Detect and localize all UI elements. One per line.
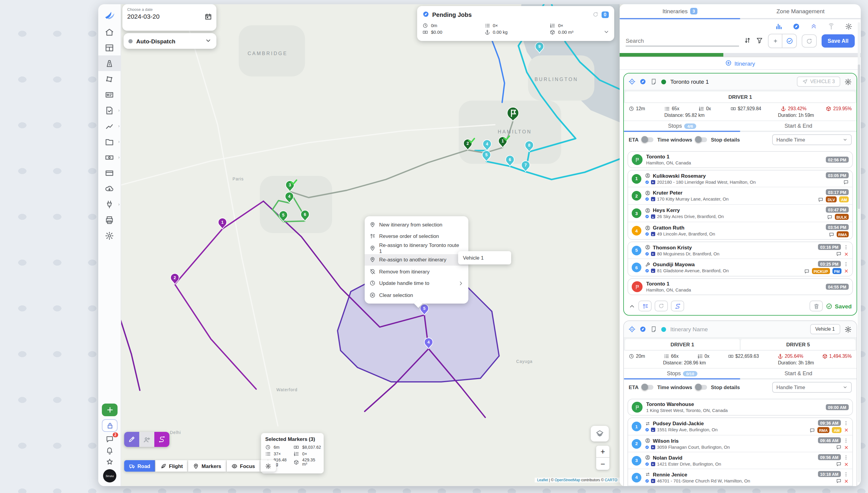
sidebar-item-idcard[interactable] [98,87,121,102]
tab-zone-management[interactable]: Zone Management [740,4,861,18]
pencil-tool-button[interactable] [124,432,139,447]
date-picker-value[interactable]: 2024-03-20 [127,13,211,20]
vehicle-button[interactable]: VEHICLE 3 [797,77,840,87]
gear-icon[interactable] [845,23,852,30]
calendar-icon[interactable] [204,12,212,23]
route-polyline[interactable] [121,318,140,390]
note-icon[interactable] [650,78,657,85]
stop-row[interactable]: 3Nolan David▸1421 Ester Drive, Burlingto… [628,452,852,469]
remove-stop-icon[interactable] [844,269,849,274]
stop-row[interactable]: 6Osundiji Mayowa▸81 Gladstone Avenue, Br… [628,258,852,276]
chat-bubble-icon[interactable] [836,462,842,467]
context-menu-item[interactable]: Re-assign to itinerary Toronto route 1 [365,242,468,254]
chat-bubble-icon[interactable] [804,268,809,274]
stop-row[interactable]: 5Thomson Kristy▸80 Mcguiness Dr, Brantfo… [628,242,852,258]
chat-button[interactable]: 2 [105,435,114,443]
stop-row[interactable]: 1Pudsey David-Jackie▸1551 Riley Ave, Bur… [628,418,852,435]
route-polyline[interactable] [490,34,504,102]
target-icon[interactable] [629,326,635,333]
sidebar-item-doccheck[interactable]: › [98,102,121,118]
stop-details-toggle[interactable] [696,385,707,390]
chat-bubble-icon[interactable] [818,197,823,202]
context-menu-item[interactable]: Reverse order of selection [365,230,468,242]
context-menu-item[interactable]: Update handle time to [365,277,468,289]
attribution-text[interactable]: CARTO [605,478,617,482]
itinerary-color-dot[interactable] [661,327,666,331]
stop-row[interactable]: 1Kulikowski Rosemary▸202180 - 180 Limeri… [628,170,852,187]
add-button[interactable] [102,404,118,416]
sidebar-item-road[interactable] [98,56,121,71]
attribution-text[interactable]: OpenStreetMap [555,478,580,482]
layers-button[interactable] [591,426,609,442]
chevron-down-icon[interactable] [603,26,609,37]
tab-stops[interactable]: Stops0/10 [624,369,740,378]
map-marker-stop[interactable]: 2 [171,274,179,284]
start-stop-row[interactable]: Toronto 1Hamilton, ON, Canada02:56 PM [627,151,853,168]
geo-icon[interactable] [793,23,800,30]
chat-bubble-icon[interactable] [827,214,832,219]
sidebar-item-gear[interactable] [98,228,121,243]
map-mode-Road-button[interactable]: Road [124,460,155,472]
attribution-text[interactable]: Leaflet [537,478,548,482]
stop-row[interactable]: 4Rennie Jenice▸46701 - 701-Stone Church … [628,469,852,486]
tab-itineraries[interactable]: Itineraries 3 [620,4,740,18]
route-tool-button[interactable] [154,432,169,447]
context-menu-item[interactable]: New itinerary from selection [365,219,468,230]
chat-bubble-icon[interactable] [836,478,842,484]
chat-bubble-icon[interactable] [836,445,842,450]
stop-details-toggle[interactable] [696,137,707,142]
stop-row[interactable]: 3Heys Kerry▸26 Sky Acres Drive, Brantfor… [628,204,852,222]
lock-button[interactable] [102,419,118,432]
collapse-icon[interactable] [629,303,635,309]
strata-logo[interactable]: Strata [103,469,116,483]
antenna-icon[interactable] [828,23,835,30]
chat-bubble-icon[interactable] [843,179,849,185]
geo-icon[interactable] [640,326,646,333]
context-menu-item[interactable]: Clear selection [365,289,468,301]
itinerary-name-input[interactable]: Itinerary Name [670,326,806,333]
refresh-icon[interactable] [592,9,598,20]
map[interactable]: 1234564567891254 CAMBRIDGEBURLINGTONHAMI… [121,4,620,486]
notifications-button[interactable] [105,446,114,455]
end-stop-row[interactable]: Toronto 1Hamilton, ON, Canada04:55 PM [627,278,853,295]
panel-scrollbar[interactable] [858,22,860,483]
more-menu-icon[interactable] [843,437,849,443]
dblup-icon[interactable] [810,23,818,30]
handle-time-select[interactable]: Handle Time [772,134,852,145]
driver-tab[interactable]: DRIVER 1 [625,339,740,350]
remove-stop-icon[interactable] [844,478,849,484]
map-mode-settings-button[interactable] [261,460,276,472]
itinerary-settings-icon[interactable] [845,78,852,85]
remove-stop-icon[interactable] [844,252,849,256]
tab-stops[interactable]: Stops4/6 [624,121,740,131]
route-polyline[interactable] [175,201,263,284]
note-icon[interactable] [650,326,657,333]
more-menu-icon[interactable] [843,244,849,250]
more-menu-icon[interactable] [843,471,849,477]
itinerary-name-input[interactable]: Toronto route 1 [670,78,793,85]
auto-optimize-button[interactable] [768,34,782,48]
search-input[interactable] [626,36,739,46]
remove-stop-icon[interactable] [844,462,849,467]
personplus-tool-button[interactable] [139,432,154,447]
sidebar-item-fax[interactable] [98,212,121,228]
remove-stop-icon[interactable] [844,428,849,432]
sidebar-item-cloud[interactable] [98,181,121,196]
save-all-button[interactable]: Save All [822,34,854,48]
sidebar-item-card[interactable] [98,165,121,181]
remove-stop-icon[interactable] [844,445,849,450]
geo-icon[interactable] [640,78,646,85]
auto-dispatch-select[interactable]: Auto-Dispatch [124,33,216,49]
stop-row[interactable]: 2Wilson Iris▸3059 Flanagan Court, Burlin… [628,435,852,452]
sidebar-item-plug[interactable]: › [98,196,121,212]
more-menu-icon[interactable] [843,420,849,426]
itinerary-color-dot[interactable] [661,79,666,84]
itinerary-settings-icon[interactable] [845,325,852,333]
reorder-button[interactable] [638,301,652,312]
context-menu-item[interactable]: Remove from itinerary [365,265,468,277]
chat-bubble-icon[interactable] [809,427,815,433]
bars-icon[interactable] [775,23,782,30]
sidebar-item-home[interactable] [98,24,121,40]
driver-tab[interactable]: DRIVER 5 [741,339,855,350]
route-polyline[interactable] [175,284,256,389]
